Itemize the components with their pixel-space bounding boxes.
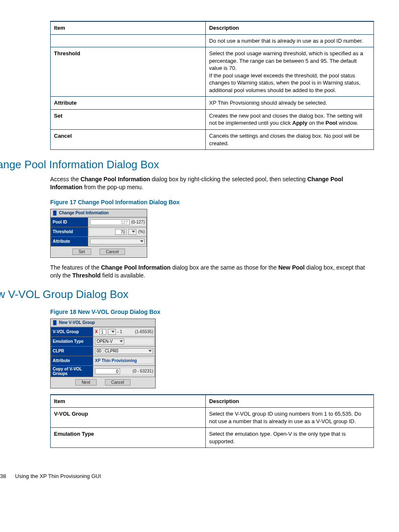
item-cell: [51, 34, 206, 47]
col-description: Description: [206, 21, 374, 34]
vvol-group-range: (1-65535): [135, 329, 153, 334]
change-pool-intro: Access the Change Pool Information dialo…: [50, 175, 374, 191]
vvol-options-table: Item Description V-VOL GroupSelect the V…: [50, 394, 374, 448]
item-cell: Cancel: [51, 130, 206, 150]
threshold-field[interactable]: 70: [115, 229, 127, 235]
label-pool-id: Pool ID: [51, 217, 88, 227]
label-threshold: Threshold: [51, 227, 88, 236]
label-attribute: Attribute: [51, 356, 93, 365]
label-vvol-group: V-VOL Group: [51, 327, 93, 337]
vvol-group-dropdown[interactable]: [108, 329, 116, 335]
description-cell: XP Thin Provisioning should already be s…: [206, 97, 374, 110]
label-attribute: Attribute: [51, 236, 88, 246]
dialog-title: New V-VOL Group: [59, 320, 95, 325]
cancel-button[interactable]: Cancel: [100, 249, 125, 255]
col-item: Item: [51, 21, 206, 34]
emulation-type-dropdown[interactable]: OPEN-V: [95, 339, 124, 344]
attribute-dropdown: [90, 239, 145, 244]
set-button[interactable]: Set: [72, 249, 91, 255]
item-cell: Attribute: [51, 97, 206, 110]
dialog-titlebar: New V-VOL Group: [51, 319, 155, 327]
attribute-value: XP Thin Provisioning: [95, 358, 137, 363]
description-cell: Creates the new pool and closes the dial…: [206, 109, 374, 129]
label-clpr: CLPR: [51, 346, 93, 356]
col-item: Item: [51, 395, 206, 408]
item-cell: V-VOL Group: [51, 408, 206, 428]
item-cell: Set: [51, 109, 206, 129]
change-pool-dialog: Change Pool Information Pool ID 127 (0-1…: [50, 209, 147, 258]
page-footer: 38 Using the XP Thin Provisioning GUI: [0, 473, 374, 479]
description-cell: Do not use a number that is already in u…: [206, 34, 374, 47]
col-description: Description: [206, 395, 374, 408]
clpr-dropdown[interactable]: 00 : CLPR0: [95, 348, 153, 354]
item-cell: Emulation Type: [51, 428, 206, 448]
dialog-titlebar: Change Pool Information: [51, 209, 147, 217]
threshold-dropdown[interactable]: [128, 229, 136, 235]
description-cell: Cancels the settings and closes the dial…: [206, 130, 374, 150]
change-pool-outro: The features of the Change Pool Informat…: [50, 264, 374, 280]
cancel-button[interactable]: Cancel: [105, 379, 130, 386]
label-emulation-type: Emulation Type: [51, 337, 93, 346]
figure-17-caption: Figure 17 Change Pool Information Dialog…: [50, 199, 374, 206]
footer-title: Using the XP Thin Provisioning GUI: [15, 473, 101, 479]
app-icon: [53, 211, 56, 216]
description-cell: Select the pool usage warning threshold,…: [206, 47, 374, 97]
pool-options-table: Item Description Do not use a number tha…: [50, 21, 374, 150]
dialog-title: Change Pool Information: [59, 211, 109, 215]
item-cell: Threshold: [51, 47, 206, 97]
heading-new-vvol-group: New V-VOL Group Dialog Box: [0, 288, 374, 301]
vvol-group-field[interactable]: 1: [100, 329, 106, 335]
description-cell: Select the V-VOL group ID using numbers …: [206, 408, 374, 428]
copy-vvol-range: (0 - 63231): [133, 369, 153, 373]
vvol-prefix: X: [95, 329, 98, 334]
heading-change-pool-info: Change Pool Information Dialog Box: [0, 158, 374, 171]
threshold-unit: (%): [138, 229, 145, 234]
pool-id-range: (0-127): [131, 220, 145, 224]
copy-vvol-field[interactable]: 0: [95, 368, 120, 374]
description-cell: Select the emulation type. Open-V is the…: [206, 428, 374, 448]
figure-18-caption: Figure 18 New V-VOL Group Dialog Box: [50, 308, 374, 315]
label-copy-vvol-groups: Copy of V-VOL Groups: [51, 365, 93, 377]
vvol-group-suffix: - 1: [118, 329, 123, 334]
pool-id-field: 127: [90, 219, 130, 225]
next-button[interactable]: Next: [75, 379, 97, 386]
new-vvol-group-dialog: New V-VOL Group V-VOL Group X 1 - 1 (1-6…: [50, 319, 156, 388]
page-number: 38: [0, 473, 6, 479]
app-icon: [53, 320, 56, 325]
